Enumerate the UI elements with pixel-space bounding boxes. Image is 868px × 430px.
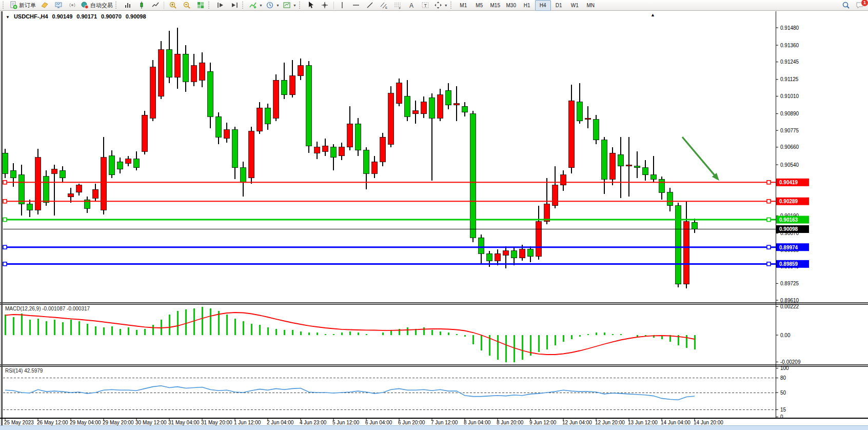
rsi-indicator-label: RSI(14) 42.5979 — [5, 368, 43, 374]
macd-histogram — [5, 307, 695, 362]
chart-symbol-header[interactable]: ▼ USDCHF-,H4 0.90149 0.90171 0.90070 0.9… — [6, 13, 146, 19]
new-chart-button[interactable] — [37, 0, 51, 11]
search-button[interactable] — [839, 0, 853, 11]
timeframe-m15[interactable]: M15 — [487, 0, 503, 11]
svg-text:F: F — [399, 7, 401, 9]
ohlc-close: 0.90098 — [126, 13, 146, 19]
vertical-line-button[interactable] — [336, 0, 349, 11]
new-order-button[interactable]: 新订单 — [8, 0, 37, 11]
candle — [19, 175, 25, 204]
candle — [60, 170, 66, 178]
candle — [109, 156, 115, 175]
autotrading-button[interactable]: 自动交易 — [79, 0, 114, 11]
timeframe-m30[interactable]: M30 — [503, 0, 519, 11]
svg-text:0.90890: 0.90890 — [780, 111, 799, 116]
candle — [191, 66, 197, 82]
fibonacci-button[interactable]: F — [391, 0, 405, 11]
svg-text:0.89610: 0.89610 — [780, 298, 799, 303]
candle — [610, 153, 616, 179]
svg-text:0.90098: 0.90098 — [779, 226, 798, 232]
candle — [676, 206, 681, 284]
cursor-button[interactable] — [304, 0, 318, 11]
trend-arrow[interactable] — [682, 137, 719, 181]
candle — [356, 124, 361, 150]
toolbar-grip — [242, 2, 245, 9]
arrows-button[interactable]: ▼ — [432, 0, 449, 11]
candle — [257, 108, 263, 131]
bar-chart-button[interactable] — [121, 0, 134, 11]
candle — [503, 251, 509, 256]
horizontal-scrollbar[interactable] — [0, 425, 868, 430]
svg-text:0.89859: 0.89859 — [779, 261, 798, 267]
chart-shift-button[interactable] — [227, 0, 241, 11]
signals-button[interactable] — [65, 0, 79, 11]
autotrading-label: 自动交易 — [90, 2, 113, 9]
svg-text:1 Jun 12:00: 1 Jun 12:00 — [234, 420, 261, 425]
candle — [446, 90, 451, 105]
candle — [520, 249, 525, 258]
indicators-button[interactable]: ▼ — [247, 0, 264, 11]
candle — [298, 66, 304, 76]
svg-text:4 Jun 23:00: 4 Jun 23:00 — [300, 420, 327, 425]
arrows-icon — [434, 1, 442, 9]
tile-windows-button[interactable] — [193, 0, 207, 11]
horizontal-line-button[interactable] — [349, 0, 363, 11]
ohlc-low: 0.90070 — [101, 13, 122, 19]
panel-separators[interactable] — [0, 11, 868, 418]
svg-text:7 Jun 12:00: 7 Jun 12:00 — [431, 420, 458, 425]
svg-text:0.90289: 0.90289 — [779, 199, 798, 204]
zoom-out-icon — [183, 1, 191, 9]
candle — [602, 140, 607, 180]
trendline-button[interactable] — [363, 0, 377, 11]
timeframe-h4[interactable]: H4 — [535, 0, 551, 11]
svg-text:31 May 04:00: 31 May 04:00 — [168, 420, 200, 425]
chart-shift-marker[interactable]: ▲ — [650, 12, 655, 17]
chart-collapse-icon[interactable]: ▼ — [6, 15, 10, 19]
svg-text:26 May 12:00: 26 May 12:00 — [37, 420, 68, 425]
candle — [126, 159, 131, 164]
time-axis[interactable]: 25 May 202326 May 12:0029 May 04:0029 Ma… — [4, 418, 723, 425]
candle — [380, 137, 386, 162]
timeframe-h1[interactable]: H1 — [519, 0, 535, 11]
svg-text:29 May 04:00: 29 May 04:00 — [70, 420, 101, 425]
svg-text:E: E — [385, 6, 387, 9]
auto-scroll-button[interactable] — [213, 0, 227, 11]
candlestick-chart-button[interactable] — [134, 0, 148, 11]
svg-text:5 Jun 12:00: 5 Jun 12:00 — [332, 420, 360, 425]
candle — [684, 222, 689, 284]
chart-canvas[interactable]: 0.914800.913600.912450.911250.910100.908… — [0, 11, 868, 430]
svg-text:0.90540: 0.90540 — [780, 162, 799, 168]
candle — [643, 168, 648, 175]
text-button[interactable]: A — [405, 0, 419, 11]
timeframe-d1[interactable]: D1 — [551, 0, 567, 11]
candle — [249, 131, 254, 178]
svg-text:T: T — [424, 3, 427, 8]
text-label-button[interactable]: T — [419, 0, 432, 11]
candle — [11, 170, 16, 178]
metaeditor-button[interactable] — [51, 0, 65, 11]
crosshair-button[interactable] — [318, 0, 332, 11]
timeframe-mn[interactable]: MN — [583, 0, 599, 11]
timeframe-w1[interactable]: W1 — [567, 0, 583, 11]
svg-text:12 Jun 20:00: 12 Jun 20:00 — [595, 420, 625, 425]
candle — [413, 111, 419, 114]
line-chart-button[interactable] — [148, 0, 162, 11]
timeframe-m5[interactable]: M5 — [471, 0, 487, 11]
trendline-icon — [366, 1, 374, 9]
zoom-in-button[interactable] — [166, 0, 180, 11]
candle — [528, 249, 534, 257]
chart-symbol-label: USDCHF-,H4 — [14, 13, 48, 19]
svg-text:6 Jun 04:00: 6 Jun 04:00 — [365, 420, 392, 425]
svg-text:0.91010: 0.91010 — [780, 93, 799, 99]
timeframe-m1[interactable]: M1 — [456, 0, 471, 11]
candle — [216, 116, 222, 137]
periods-button[interactable]: ▼ — [264, 0, 281, 11]
templates-button[interactable]: ▼ — [281, 0, 298, 11]
chat-button[interactable]: 1 — [853, 0, 866, 11]
new-order-label: 新订单 — [19, 2, 36, 9]
zoom-out-button[interactable] — [180, 0, 193, 11]
candle — [536, 222, 542, 257]
svg-text:80: 80 — [780, 375, 786, 381]
candle — [117, 162, 123, 169]
channel-button[interactable]: E — [377, 0, 391, 11]
